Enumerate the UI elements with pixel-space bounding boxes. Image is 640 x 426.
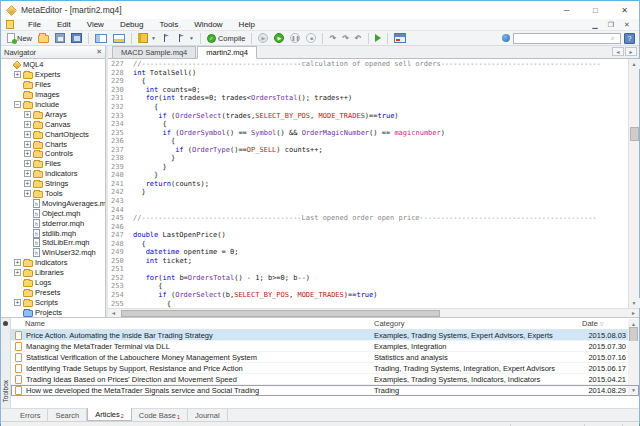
tree-item-indicators[interactable]: +Indicators	[1, 169, 105, 179]
tree-item-stderror-mqh[interactable]: hstderror.mqh	[1, 218, 105, 228]
list-scroll-down-icon[interactable]: ▼	[628, 385, 639, 395]
editor-tab-macd-sample-mq4[interactable]: MACD Sample.mq4	[112, 46, 196, 58]
mdi-minimize-button[interactable]: ▁	[587, 21, 603, 29]
article-row[interactable]: Statistical Verification of the Labouche…	[11, 352, 639, 363]
editor-vertical-scrollbar[interactable]: ▲ ▼	[628, 59, 639, 308]
tree-item-files[interactable]: Files	[1, 80, 105, 90]
tab-scroll-left-button[interactable]: ◄	[612, 47, 624, 56]
toolbox-tab-journal[interactable]: Journal	[188, 409, 228, 421]
tree-item-arrays[interactable]: +Arrays	[1, 109, 105, 119]
menu-item-edit[interactable]: Edit	[49, 20, 79, 29]
tree-item-object-mqh[interactable]: hObject.mqh	[1, 208, 105, 218]
navigator-close-icon[interactable]: ✕	[96, 48, 102, 56]
minimize-button[interactable]: ─	[552, 1, 581, 19]
toolbox-tab-code-base[interactable]: Code Base1	[132, 409, 188, 421]
article-row[interactable]: Trading Ideas Based on Prices' Direction…	[11, 374, 639, 385]
menu-item-debug[interactable]: Debug	[112, 20, 152, 29]
vertical-scroll-thumb[interactable]	[630, 127, 639, 141]
tree-item-images[interactable]: Images	[1, 90, 105, 100]
scroll-down-icon[interactable]: ▼	[629, 298, 640, 308]
mdi-restore-button[interactable]: ❐	[603, 21, 619, 29]
menu-item-view[interactable]: View	[79, 20, 112, 29]
toolbox-toggle-button[interactable]	[110, 32, 128, 45]
tree-item-winuser32-mqh[interactable]: hWinUser32.mqh	[1, 248, 105, 258]
tree-expander-icon[interactable]: +	[14, 269, 21, 276]
article-row[interactable]: Identifying Trade Setups by Support, Res…	[11, 363, 639, 374]
tree-item-scripts[interactable]: +Scripts	[1, 297, 105, 307]
tree-item-indicators[interactable]: +Indicators	[1, 258, 105, 268]
tree-expander-icon[interactable]: +	[14, 71, 21, 78]
tree-item-strings[interactable]: +Strings	[1, 179, 105, 189]
tree-item-files[interactable]: +Files	[1, 159, 105, 169]
tree-expander-icon[interactable]: +	[24, 190, 31, 197]
new-file-button[interactable]: New	[4, 32, 35, 45]
mdi-close-button[interactable]: ✕	[619, 21, 635, 29]
document-icon[interactable]	[6, 20, 14, 29]
column-header-date[interactable]: Date▽	[582, 319, 628, 328]
article-row[interactable]: Managing the MetaTrader Terminal via DLL…	[11, 341, 639, 352]
tree-expander-icon[interactable]: +	[24, 141, 31, 148]
tree-item-canvas[interactable]: +Canvas	[1, 119, 105, 129]
pin-icon[interactable]	[3, 321, 8, 326]
open-file-button[interactable]	[35, 32, 52, 45]
tree-item-tools[interactable]: +Tools	[1, 189, 105, 199]
column-header-name[interactable]: Name	[11, 319, 370, 328]
toolbox-tab-search[interactable]: Search	[48, 409, 87, 421]
open-metatrader-button[interactable]	[391, 32, 409, 45]
article-row[interactable]: How we developed the MetaTrader Signals …	[11, 385, 639, 396]
editor-tab-martin2-mq4[interactable]: martin2.mq4	[197, 46, 257, 59]
menu-item-file[interactable]: File	[20, 20, 49, 29]
tree-item-chartobjects[interactable]: +ChartObjects	[1, 129, 105, 139]
tree-expander-icon[interactable]: +	[24, 160, 31, 167]
menu-item-window[interactable]: Window	[186, 20, 230, 29]
tree-expander-icon[interactable]: +	[24, 121, 31, 128]
tree-expander-icon[interactable]: −	[14, 101, 21, 108]
tree-item-charts[interactable]: +Charts	[1, 139, 105, 149]
tree-item-stdliberr-mqh[interactable]: hStdLibErr.mqh	[1, 238, 105, 248]
tree-item-controls[interactable]: +Controls	[1, 149, 105, 159]
tree-item-movingaverages-mqh[interactable]: hMovingAverages.mqh	[1, 198, 105, 208]
tree-expander-icon[interactable]: +	[14, 299, 21, 306]
tree-item-logs[interactable]: Logs	[1, 278, 105, 288]
tab-scroll-right-button[interactable]: ►	[625, 47, 637, 56]
maximize-button[interactable]: □	[581, 1, 610, 19]
code-editor[interactable]: 227//-----------------------------------…	[108, 59, 628, 308]
close-button[interactable]: ✕	[610, 1, 639, 19]
save-all-button[interactable]	[68, 32, 85, 45]
column-header-category[interactable]: Category	[370, 319, 582, 328]
menu-item-tools[interactable]: Tools	[151, 20, 186, 29]
compile-button[interactable]: ✓ Compile	[204, 32, 249, 45]
tree-item-include[interactable]: −Include	[1, 100, 105, 110]
tree-expander-icon[interactable]: +	[24, 150, 31, 157]
tree-item-mql4[interactable]: MQL4	[1, 60, 105, 70]
step-into-button[interactable]: ↷	[326, 32, 339, 45]
horizontal-scroll-thumb[interactable]	[121, 310, 440, 317]
breakpoint-button[interactable]: ▼	[174, 32, 197, 45]
tree-item-libraries[interactable]: +Libraries	[1, 268, 105, 278]
save-button[interactable]	[52, 32, 68, 45]
bookmark-button[interactable]	[159, 32, 174, 45]
scroll-up-icon[interactable]: ▲	[629, 59, 640, 69]
tree-expander-icon[interactable]: +	[14, 259, 21, 266]
debug-stop-button[interactable]: ■	[303, 32, 319, 45]
tree-item-projects[interactable]: Projects	[1, 307, 105, 317]
tree-item-experts[interactable]: +Experts	[1, 70, 105, 80]
dictionary-button[interactable]: ▼	[135, 32, 159, 45]
toolbox-tab-errors[interactable]: Errors	[13, 409, 48, 421]
step-over-button[interactable]: ↷	[339, 32, 352, 45]
debug-start-button[interactable]: ▶	[255, 32, 271, 45]
tree-expander-icon[interactable]: +	[24, 180, 31, 187]
debug-play-button[interactable]: ▶	[271, 32, 287, 45]
debug-pause-button[interactable]: ❚❚	[287, 32, 303, 45]
tree-expander-icon[interactable]: +	[24, 170, 31, 177]
tree-expander-icon[interactable]: +	[24, 131, 31, 138]
go-to-terminal-button[interactable]	[372, 32, 384, 45]
editor-horizontal-scrollbar[interactable]: ◄ ►	[108, 308, 639, 317]
toolbox-side-strip[interactable]: Toolbox	[1, 318, 11, 408]
tree-expander-icon[interactable]: +	[24, 111, 31, 118]
step-out-button[interactable]: ↶	[352, 32, 365, 45]
tree-item-presets[interactable]: Presets	[1, 287, 105, 297]
navigator-toggle-button[interactable]	[92, 32, 110, 45]
search-magnifier-icon[interactable]: ⌕	[611, 34, 620, 42]
menu-item-help[interactable]: Help	[231, 20, 263, 29]
